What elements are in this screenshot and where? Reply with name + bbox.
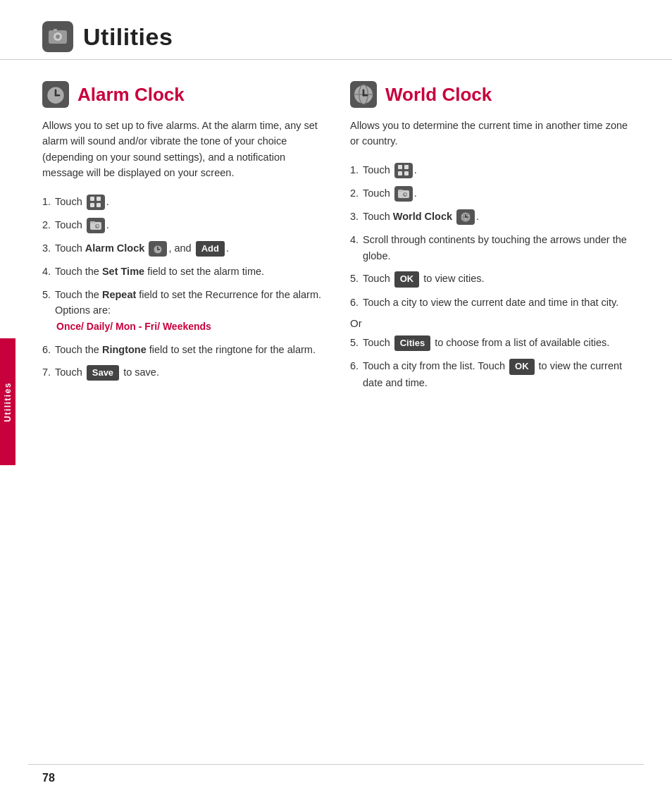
svg-rect-10 — [97, 197, 101, 201]
world-step-2: 2. Touch . — [350, 185, 630, 202]
alarm-clock-section: Alarm Clock Allows you to set up to five… — [42, 81, 322, 398]
alarm-step-4: 4. Touch the Set Time field to set the a… — [42, 264, 322, 279]
svg-rect-14 — [90, 221, 95, 223]
svg-rect-30 — [398, 171, 402, 175]
folder-clock-icon-1 — [87, 218, 105, 233]
svg-line-21 — [154, 245, 156, 247]
world-clock-steps-alt: 5. Touch Cities to choose from a list of… — [350, 335, 630, 390]
alarm-step-3: 3. Touch Alarm Clock , and Add. — [42, 240, 322, 257]
world-step-5b: 5. Touch Cities to choose from a list of… — [350, 335, 630, 351]
svg-rect-9 — [90, 197, 94, 201]
world-clock-small-icon — [456, 209, 475, 225]
alarm-clock-description: Allows you to set up to five alarms. At … — [42, 118, 322, 181]
world-clock-description: Allows you to determine the current time… — [350, 118, 630, 149]
svg-rect-12 — [97, 203, 101, 207]
sidebar-tab-label: Utilities — [3, 382, 13, 422]
world-step-3: 3. Touch World Clock . — [350, 209, 630, 225]
alarm-small-icon — [149, 241, 167, 257]
alarm-clock-steps: 1. Touch . 2. Touch — [42, 194, 322, 381]
page-header: Utilities — [0, 0, 672, 60]
page-number: 78 — [42, 772, 55, 784]
add-button-inline: Add — [196, 241, 225, 257]
svg-rect-3 — [54, 29, 57, 31]
svg-line-8 — [62, 85, 65, 87]
world-step-6a: 6. Touch a city to view the current date… — [350, 295, 630, 310]
svg-rect-11 — [90, 203, 94, 207]
bottom-divider — [28, 764, 644, 765]
cities-button: Cities — [394, 335, 430, 351]
svg-point-2 — [56, 35, 60, 39]
world-step-6b: 6. Touch a city from the list. Touch OK … — [350, 358, 630, 390]
world-clock-icon — [350, 81, 377, 108]
alarm-step-6: 6. Touch the Ringtone field to set the r… — [42, 342, 322, 357]
world-step-1: 1. Touch . — [350, 162, 630, 178]
alarm-step-5: 5. Touch the Repeat field to set the Rec… — [42, 287, 322, 335]
page-title: Utilities — [83, 23, 173, 51]
main-content: Alarm Clock Allows you to set up to five… — [0, 81, 672, 398]
world-clock-section: World Clock Allows you to determine the … — [350, 81, 630, 398]
svg-rect-28 — [398, 165, 402, 169]
svg-rect-31 — [404, 171, 409, 175]
svg-rect-29 — [404, 165, 409, 169]
alarm-clock-icon — [42, 81, 69, 108]
alarm-clock-title: Alarm Clock — [77, 84, 185, 106]
or-divider: Or — [350, 317, 630, 329]
alarm-step-1: 1. Touch . — [42, 194, 322, 210]
sidebar-tab: Utilities — [0, 338, 15, 465]
folder-clock-icon-2 — [394, 186, 413, 202]
ok-button-2: OK — [509, 359, 535, 374]
utilities-header-icon — [42, 21, 73, 52]
world-clock-steps: 1. Touch . 2. Touch — [350, 162, 630, 310]
repeat-options: Once/ Daily/ Mon - Fri/ Weekends — [56, 321, 211, 332]
alarm-clock-heading: Alarm Clock — [42, 81, 322, 108]
world-step-5a: 5. Touch OK to view cities. — [350, 271, 630, 287]
ok-button-1: OK — [394, 271, 420, 287]
save-button-inline: Save — [87, 365, 119, 381]
world-clock-heading: World Clock — [350, 81, 630, 108]
svg-rect-33 — [398, 190, 403, 192]
grid-icon-1 — [87, 195, 105, 210]
grid-icon-2 — [394, 163, 413, 178]
svg-line-22 — [161, 245, 162, 247]
world-clock-title: World Clock — [385, 84, 492, 106]
alarm-step-7: 7. Touch Save to save. — [42, 364, 322, 381]
alarm-step-2: 2. Touch . — [42, 217, 322, 233]
world-step-4: 4. Scroll through continents by touching… — [350, 232, 630, 264]
svg-line-7 — [46, 85, 49, 87]
